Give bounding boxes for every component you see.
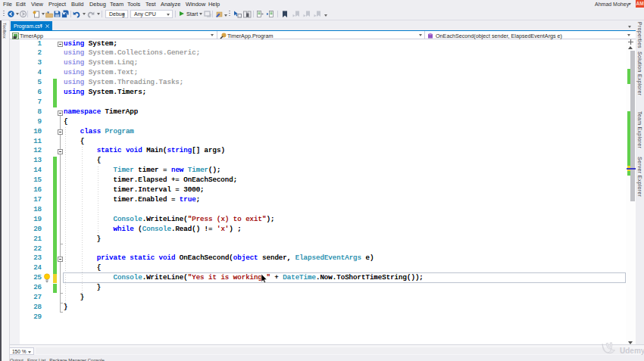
svg-text:Udemy: Udemy [620, 347, 644, 355]
